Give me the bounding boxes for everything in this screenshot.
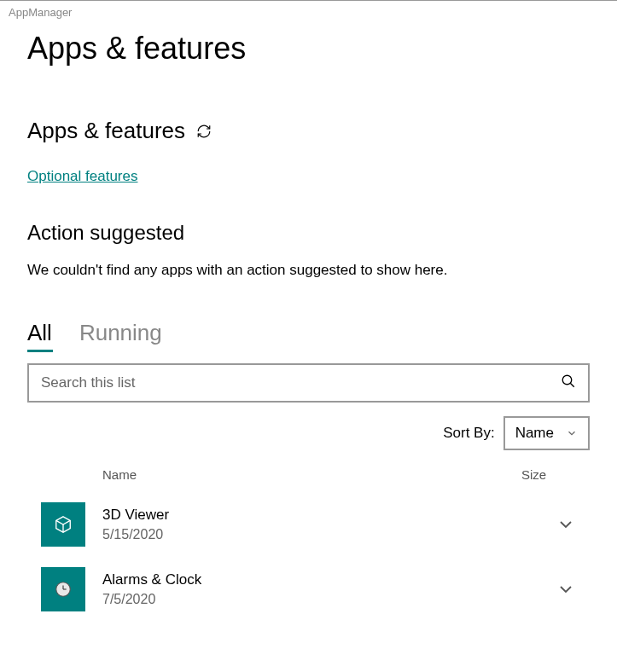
refresh-icon[interactable] (195, 123, 212, 140)
window-title: AppManager (0, 1, 617, 24)
tab-all[interactable]: All (27, 320, 52, 351)
chevron-down-icon[interactable] (556, 579, 576, 600)
sort-selected-value: Name (515, 425, 554, 442)
column-size: Size (521, 467, 590, 482)
sort-label: Sort By: (443, 425, 494, 442)
sort-row: Sort By: Name (27, 416, 590, 450)
chevron-down-icon (566, 427, 578, 439)
tab-running[interactable]: Running (79, 320, 162, 351)
section-heading-row: Apps & features (27, 118, 590, 144)
app-info: 3D Viewer 5/15/2020 (102, 507, 556, 542)
column-name: Name (102, 467, 521, 482)
clock-icon (41, 567, 85, 611)
search-input[interactable] (41, 374, 561, 391)
list-header: Name Size (27, 467, 590, 492)
sort-select[interactable]: Name (503, 416, 590, 450)
svg-point-0 (562, 375, 572, 385)
app-date: 7/5/2020 (102, 592, 556, 607)
search-icon[interactable] (561, 374, 576, 392)
app-date: 5/15/2020 (102, 527, 556, 542)
page-title: Apps & features (27, 31, 590, 67)
app-name: 3D Viewer (102, 507, 556, 524)
action-suggested-heading: Action suggested (27, 221, 590, 245)
section-heading: Apps & features (27, 118, 185, 144)
app-row[interactable]: Alarms & Clock 7/5/2020 (27, 557, 590, 622)
cube-icon (41, 502, 85, 547)
app-row[interactable]: 3D Viewer 5/15/2020 (27, 492, 590, 557)
tabs: All Running (27, 320, 590, 351)
search-container[interactable] (27, 363, 590, 403)
app-info: Alarms & Clock 7/5/2020 (102, 571, 556, 607)
svg-line-1 (570, 383, 574, 387)
chevron-down-icon[interactable] (556, 514, 576, 535)
action-suggested-text: We couldn't find any apps with an action… (27, 262, 590, 279)
optional-features-link[interactable]: Optional features (27, 168, 137, 185)
app-name: Alarms & Clock (102, 571, 556, 588)
